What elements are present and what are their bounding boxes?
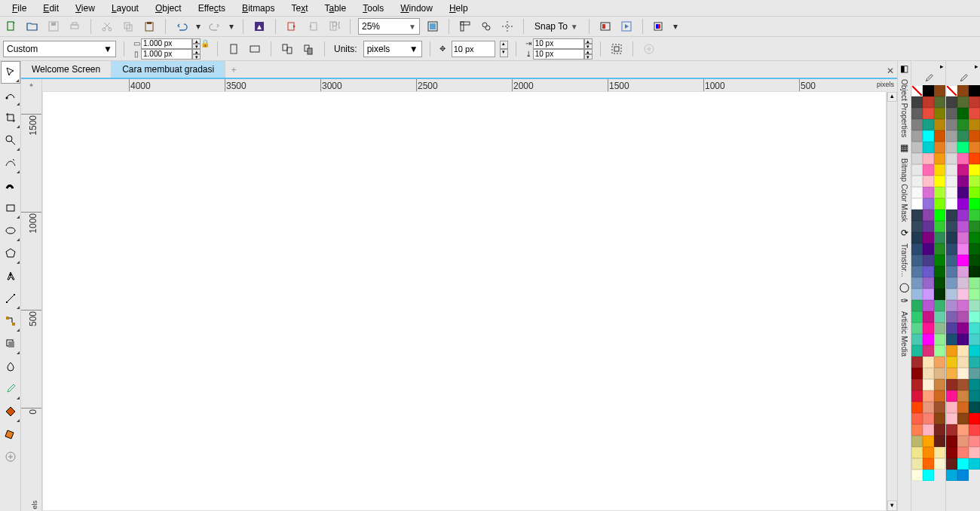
dup-y-spinner[interactable]: ▴▾ bbox=[584, 49, 593, 60]
color-swatch[interactable] bbox=[923, 221, 934, 232]
dup-x-spinner[interactable]: ▴▾ bbox=[584, 38, 593, 49]
save-button[interactable] bbox=[45, 18, 62, 35]
freehand-tool[interactable] bbox=[1, 151, 20, 174]
color-swatch[interactable] bbox=[957, 255, 969, 266]
color-swatch[interactable] bbox=[934, 379, 945, 390]
color-swatch[interactable] bbox=[957, 356, 969, 368]
menu-edit[interactable]: Edit bbox=[35, 2, 66, 15]
eyedropper-palette-2-button[interactable] bbox=[946, 72, 980, 85]
dup-y-input[interactable]: 10 px bbox=[533, 49, 584, 60]
color-swatch[interactable] bbox=[934, 458, 945, 470]
color-swatch[interactable] bbox=[957, 379, 969, 390]
color-swatch[interactable] bbox=[957, 119, 969, 130]
color-swatch[interactable] bbox=[957, 458, 969, 470]
show-grid-button[interactable] bbox=[478, 18, 495, 35]
eyedropper-palette-button[interactable] bbox=[911, 72, 945, 85]
color-swatch[interactable] bbox=[957, 221, 969, 232]
color-swatch[interactable] bbox=[911, 266, 923, 277]
color-swatch[interactable] bbox=[911, 119, 923, 130]
color-swatch[interactable] bbox=[957, 232, 969, 243]
color-swatch[interactable] bbox=[957, 470, 969, 481]
color-swatch[interactable] bbox=[911, 470, 923, 481]
color-swatch[interactable] bbox=[969, 164, 980, 176]
color-swatch[interactable] bbox=[934, 85, 945, 96]
color-swatch[interactable] bbox=[946, 368, 957, 379]
color-swatch[interactable] bbox=[911, 108, 923, 119]
color-swatch[interactable] bbox=[946, 187, 957, 198]
tab-welcome[interactable]: Welcome Screen bbox=[21, 61, 112, 78]
color-swatch[interactable] bbox=[911, 289, 923, 300]
color-swatch[interactable] bbox=[957, 85, 969, 96]
color-swatch[interactable] bbox=[934, 243, 945, 255]
sphere-icon[interactable]: ◯ bbox=[899, 281, 911, 293]
color-swatch[interactable] bbox=[934, 255, 945, 266]
color-swatch[interactable] bbox=[957, 447, 969, 458]
crop-tool[interactable] bbox=[1, 106, 20, 129]
snap-to-menu[interactable]: Snap To▼ bbox=[531, 21, 581, 32]
export-button[interactable] bbox=[305, 18, 321, 35]
quick-customize-button[interactable] bbox=[1, 445, 20, 468]
color-swatch[interactable] bbox=[911, 210, 923, 221]
color-swatch[interactable] bbox=[946, 379, 957, 390]
interactive-fill-tool[interactable] bbox=[1, 400, 20, 423]
color-swatch[interactable] bbox=[957, 187, 969, 198]
drawing-canvas[interactable] bbox=[42, 91, 887, 511]
color-swatch[interactable] bbox=[934, 266, 945, 277]
color-swatch[interactable] bbox=[969, 323, 980, 334]
close-tab-button[interactable]: ✕ bbox=[884, 64, 897, 78]
docker-object-properties[interactable]: Object Properties bbox=[900, 76, 908, 140]
page-preset-select[interactable]: Custom▼ bbox=[3, 41, 116, 57]
color-swatch[interactable] bbox=[934, 345, 945, 356]
color-eyedropper-tool[interactable] bbox=[1, 378, 20, 400]
color-swatch[interactable] bbox=[946, 300, 957, 311]
color-swatch[interactable] bbox=[923, 424, 934, 436]
color-swatch[interactable] bbox=[923, 187, 934, 198]
color-swatch[interactable] bbox=[911, 142, 923, 153]
lock-icon[interactable]: 🔒 bbox=[201, 39, 210, 47]
color-swatch[interactable] bbox=[911, 255, 923, 266]
color-swatch[interactable] bbox=[946, 424, 957, 436]
artistic-media-tool[interactable] bbox=[1, 174, 20, 197]
docker-artistic-media[interactable]: Artistic Media bbox=[900, 308, 908, 360]
fullscreen-button[interactable] bbox=[424, 18, 441, 35]
color-swatch[interactable] bbox=[969, 142, 980, 153]
color-swatch[interactable] bbox=[923, 470, 934, 481]
color-swatch[interactable] bbox=[934, 436, 945, 447]
zoom-tool[interactable] bbox=[1, 129, 20, 151]
color-swatch[interactable] bbox=[911, 311, 923, 323]
undo-menu[interactable]: ▾ bbox=[194, 18, 202, 35]
color-swatch[interactable] bbox=[923, 458, 934, 470]
color-swatch[interactable] bbox=[946, 210, 957, 221]
width-spinner[interactable]: ▴▾ bbox=[192, 38, 201, 49]
color-swatch[interactable] bbox=[946, 255, 957, 266]
color-swatch[interactable] bbox=[957, 436, 969, 447]
connector-tool[interactable] bbox=[1, 310, 20, 332]
color-swatch[interactable] bbox=[969, 277, 980, 289]
color-swatch[interactable] bbox=[957, 402, 969, 413]
search-content-button[interactable] bbox=[251, 18, 268, 35]
docker-transformations[interactable]: Transfor... bbox=[900, 240, 908, 280]
color-swatch[interactable] bbox=[934, 334, 945, 345]
menu-table[interactable]: Table bbox=[317, 2, 354, 15]
text-tool[interactable] bbox=[1, 265, 20, 287]
color-swatch[interactable] bbox=[969, 130, 980, 142]
color-swatch[interactable] bbox=[923, 153, 934, 164]
color-swatch[interactable] bbox=[969, 334, 980, 345]
color-swatch[interactable] bbox=[969, 413, 980, 424]
color-swatch[interactable] bbox=[946, 108, 957, 119]
polygon-tool[interactable] bbox=[1, 242, 20, 265]
color-swatch[interactable] bbox=[911, 345, 923, 356]
add-tab-button[interactable]: ＋ bbox=[225, 61, 242, 78]
options-button[interactable] bbox=[597, 18, 614, 35]
color-swatch[interactable] bbox=[969, 153, 980, 164]
scroll-track[interactable] bbox=[887, 102, 897, 500]
color-swatch[interactable] bbox=[934, 402, 945, 413]
menu-bitmaps[interactable]: Bitmaps bbox=[234, 2, 282, 15]
color-swatch[interactable] bbox=[934, 164, 945, 176]
color-swatch[interactable] bbox=[957, 198, 969, 210]
color-swatch[interactable] bbox=[911, 130, 923, 142]
color-swatch[interactable] bbox=[946, 311, 957, 323]
color-swatch[interactable] bbox=[946, 266, 957, 277]
color-swatch[interactable] bbox=[969, 96, 980, 108]
color-swatch[interactable] bbox=[911, 300, 923, 311]
